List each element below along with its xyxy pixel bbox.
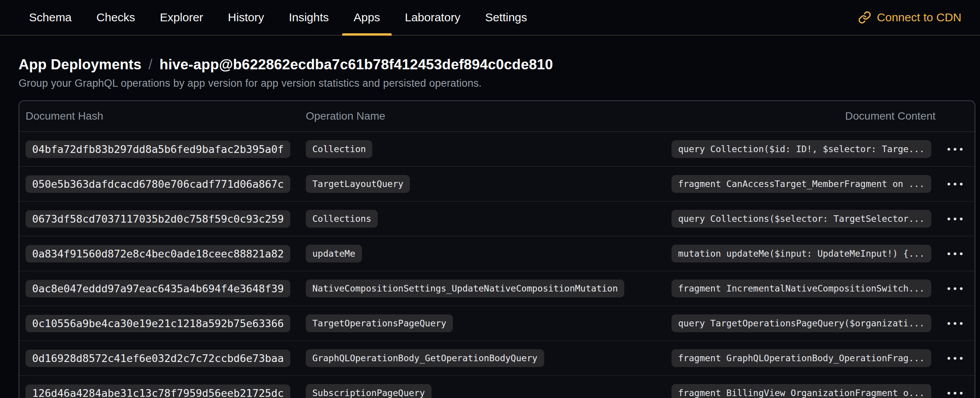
table-row: 0c10556a9be4ca30e19e21c1218a592b75e63366… — [19, 306, 975, 341]
document-hash-pill: 0673df58cd7037117035b2d0c758f59c0c93c259 — [26, 210, 290, 228]
table-row: 0d16928d8572c41ef6e032d2c7c72ccbd6e73baa… — [19, 341, 975, 376]
ellipsis-icon — [947, 287, 963, 290]
document-content-pill: query Collection($id: ID!, $selector: Ta… — [672, 140, 931, 158]
document-hash-pill: 04bfa72dfb83b297dd8a5b6fed9bafac2b395a0f — [26, 141, 290, 158]
operation-name-pill: Collection — [306, 140, 372, 158]
app-deployment-name: hive-app@b622862ecdba7c61b78f412453def89… — [159, 57, 553, 73]
connect-to-cdn-link[interactable]: Connect to CDN — [858, 0, 961, 35]
breadcrumb: App Deployments / hive-app@b622862ecdba7… — [19, 57, 975, 73]
column-header-document-content: Document Content — [672, 110, 935, 122]
connect-to-cdn-label: Connect to CDN — [877, 11, 961, 24]
ellipsis-icon — [947, 357, 963, 360]
document-content-pill: query TargetOperationsPageQuery($organiz… — [672, 314, 931, 332]
nav-tab[interactable]: Laboratory — [393, 0, 472, 35]
nav-tab-label: Apps — [354, 11, 380, 24]
document-hash-pill: 0c10556a9be4ca30e19e21c1218a592b75e63366 — [26, 315, 290, 332]
nav-tab-label: Insights — [289, 11, 329, 24]
top-navbar: Schema Checks Explorer History Insights … — [0, 0, 980, 36]
document-content-pill: fragment GraphQLOperationBody_OperationF… — [672, 349, 931, 367]
column-header-operation-name: Operation Name — [306, 110, 672, 122]
table-row: 0ac8e047eddd97a97eac6435a4b694f4e3648f39… — [19, 271, 975, 306]
more-actions-button[interactable] — [944, 317, 966, 330]
app-deployment-page: App Deployments / hive-app@b622862ecdba7… — [0, 36, 980, 398]
table-header-row: Document Hash Operation Name Document Co… — [19, 101, 975, 132]
ellipsis-icon — [947, 183, 963, 185]
nav-tab[interactable]: History — [216, 0, 276, 35]
breadcrumb-root: App Deployments — [19, 57, 142, 73]
operation-name-pill: updateMe — [306, 245, 362, 262]
nav-tab[interactable]: Schema — [17, 0, 83, 35]
operation-name-pill: GraphQLOperationBody_GetOperationBodyQue… — [306, 349, 544, 367]
more-actions-button[interactable] — [944, 352, 966, 365]
more-actions-button[interactable] — [944, 212, 966, 226]
more-actions-button[interactable] — [944, 247, 966, 261]
document-hash-pill: 050e5b363dafdcacd6780e706cadf771d06a867c — [26, 175, 290, 193]
nav-tabs: Schema Checks Explorer History Insights … — [17, 0, 539, 35]
page-subtitle: Group your GraphQL operations by app ver… — [19, 77, 975, 89]
breadcrumb-separator: / — [149, 57, 152, 73]
nav-tab[interactable]: Explorer — [148, 0, 215, 35]
document-content-pill: fragment IncrementalNativeCompositionSwi… — [672, 280, 931, 297]
nav-tab-label: Schema — [29, 11, 72, 24]
deployments-table: Document Hash Operation Name Document Co… — [19, 100, 975, 398]
document-hash-pill: 0d16928d8572c41ef6e032d2c7c72ccbd6e73baa — [26, 350, 290, 367]
table-row: 0a834f91560d872e8c4bec0ade18ceec88821a82… — [19, 237, 975, 271]
table-row: 126d46a4284abe31c13c78f7959d56eeb21725dc… — [19, 376, 975, 398]
ellipsis-icon — [947, 252, 963, 255]
ellipsis-icon — [947, 392, 963, 395]
more-actions-button[interactable] — [944, 177, 966, 191]
operation-name-pill: TargetLayoutQuery — [306, 175, 410, 193]
operation-name-pill: TargetOperationsPageQuery — [306, 314, 453, 332]
nav-tab[interactable]: Checks — [85, 0, 147, 35]
operation-name-pill: SubscriptionPageQuery — [306, 384, 432, 398]
column-header-document-hash: Document Hash — [26, 110, 306, 122]
ellipsis-icon — [947, 218, 963, 220]
document-hash-pill: 0a834f91560d872e8c4bec0ade18ceec88821a82 — [26, 245, 290, 262]
nav-tab-label: Settings — [485, 11, 527, 24]
more-actions-button[interactable] — [944, 386, 966, 398]
ellipsis-icon — [947, 322, 963, 325]
more-actions-button[interactable] — [944, 282, 966, 295]
document-hash-pill: 0ac8e047eddd97a97eac6435a4b694f4e3648f39 — [26, 280, 290, 297]
nav-tab[interactable]: Apps — [342, 0, 392, 35]
document-content-pill: fragment BillingView_OrganizationFragmen… — [672, 384, 931, 398]
operation-name-pill: Collections — [306, 210, 378, 228]
table-row: 050e5b363dafdcacd6780e706cadf771d06a867c… — [19, 167, 975, 202]
document-content-pill: fragment CanAccessTarget_MemberFragment … — [672, 175, 931, 193]
operation-name-pill: NativeCompositionSettings_UpdateNativeCo… — [306, 280, 624, 297]
more-actions-button[interactable] — [944, 142, 966, 156]
link-icon — [858, 11, 871, 24]
document-content-pill: query Collections($selector: TargetSelec… — [672, 210, 931, 228]
table-row: 0673df58cd7037117035b2d0c758f59c0c93c259… — [19, 202, 975, 237]
table-row: 04bfa72dfb83b297dd8a5b6fed9bafac2b395a0f… — [19, 132, 975, 167]
nav-tab-label: Explorer — [160, 11, 203, 24]
nav-tab[interactable]: Insights — [277, 0, 340, 35]
document-hash-pill: 126d46a4284abe31c13c78f7959d56eeb21725dc — [26, 384, 290, 398]
nav-tab-label: Checks — [96, 11, 135, 24]
nav-tab[interactable]: Settings — [473, 0, 538, 35]
nav-tab-label: Laboratory — [405, 11, 460, 24]
nav-tab-label: History — [228, 11, 264, 24]
document-content-pill: mutation updateMe($input: UpdateMeInput!… — [672, 245, 931, 262]
ellipsis-icon — [947, 148, 963, 151]
